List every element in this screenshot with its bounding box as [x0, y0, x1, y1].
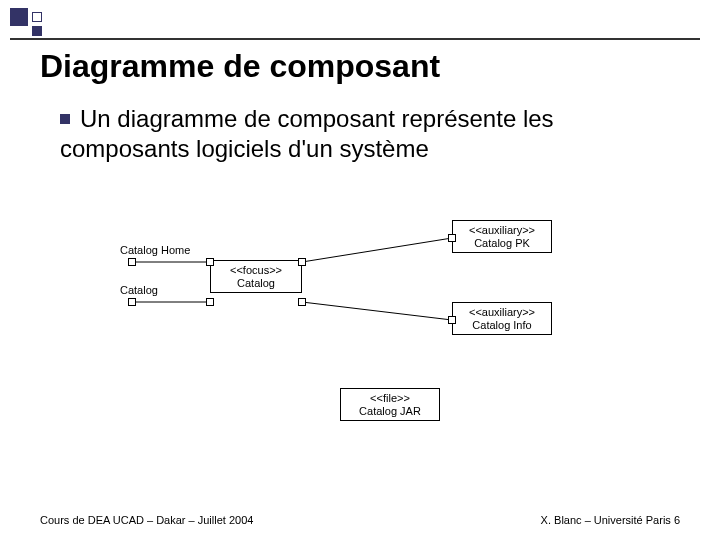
slide-title: Diagramme de composant — [40, 48, 440, 85]
stereotype-label: <<auxiliary>> — [459, 224, 545, 237]
required-interface-dot — [206, 298, 214, 306]
required-interface-dot — [448, 234, 456, 242]
slide-decor-box-large — [10, 8, 28, 26]
bullet-icon — [60, 114, 70, 124]
component-name-label: Catalog — [217, 277, 295, 290]
provided-interface-dot — [298, 258, 306, 266]
component-catalog-focus: <<focus>> Catalog — [210, 260, 302, 293]
required-interface-dot — [448, 316, 456, 324]
slide-divider — [10, 38, 700, 40]
component-diagram: Catalog Home Catalog <<focus>> Catalog <… — [120, 220, 620, 460]
component-name-label: Catalog PK — [459, 237, 545, 250]
footer-right: X. Blanc – Université Paris 6 — [541, 514, 680, 526]
svg-line-3 — [302, 302, 452, 320]
component-catalog-pk: <<auxiliary>> Catalog PK — [452, 220, 552, 253]
bullet-text: Un diagramme de composant représente les… — [60, 105, 554, 162]
svg-line-2 — [302, 238, 452, 262]
component-name-label: Catalog Info — [459, 319, 545, 332]
provided-interface-dot — [128, 258, 136, 266]
stereotype-label: <<file>> — [347, 392, 433, 405]
interface-catalog-label: Catalog — [120, 284, 158, 296]
component-catalog-jar: <<file>> Catalog JAR — [340, 388, 440, 421]
stereotype-label: <<auxiliary>> — [459, 306, 545, 319]
bullet-item: Un diagramme de composant représente les… — [60, 104, 680, 164]
interface-home-label: Catalog Home — [120, 244, 190, 256]
slide-decor-box-small1 — [32, 12, 42, 22]
component-catalog-info: <<auxiliary>> Catalog Info — [452, 302, 552, 335]
provided-interface-dot — [128, 298, 136, 306]
component-name-label: Catalog JAR — [347, 405, 433, 418]
stereotype-label: <<focus>> — [217, 264, 295, 277]
footer-left: Cours de DEA UCAD – Dakar – Juillet 2004 — [40, 514, 253, 526]
required-interface-dot — [206, 258, 214, 266]
provided-interface-dot — [298, 298, 306, 306]
diagram-connectors — [120, 220, 620, 460]
slide-decor-box-small2 — [32, 26, 42, 36]
